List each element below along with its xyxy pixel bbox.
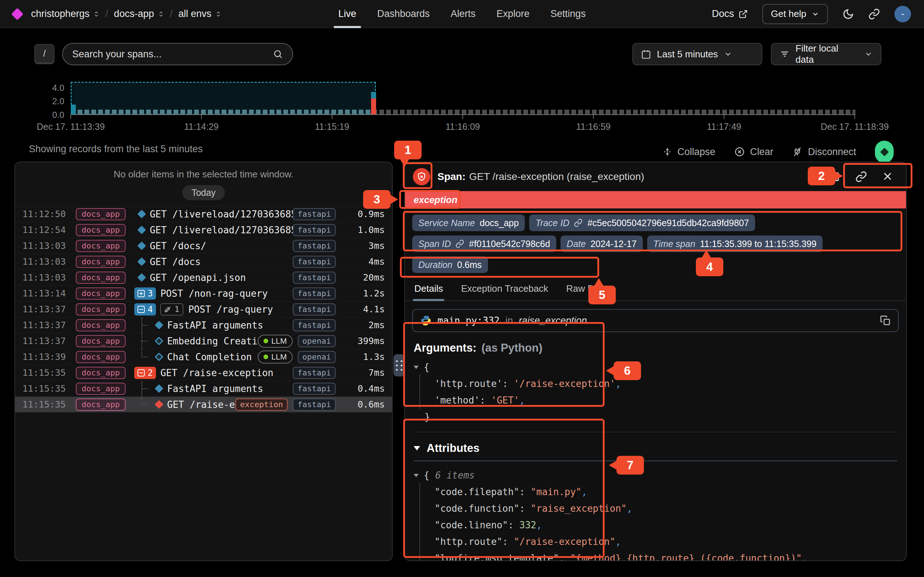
service-badge: docs_app bbox=[76, 287, 126, 300]
table-row[interactable]: 11:12:54 docs_app GET /livereload/127036… bbox=[15, 222, 392, 238]
child-count: 2 bbox=[148, 368, 153, 378]
histogram-bar[interactable] bbox=[371, 92, 376, 98]
close-panel-button[interactable] bbox=[882, 171, 893, 182]
live-indicator[interactable] bbox=[875, 141, 894, 163]
collapse-label: Collapse bbox=[677, 147, 716, 158]
collapse-toggle-icon[interactable] bbox=[414, 366, 419, 369]
docs-link[interactable]: Docs bbox=[712, 8, 748, 19]
table-row[interactable]: 11:12:50 docs_app GET /livereload/127036… bbox=[15, 206, 392, 222]
attributes-divider bbox=[414, 461, 897, 461]
service-badge: docs_app bbox=[76, 256, 126, 268]
filter-icon bbox=[780, 49, 790, 59]
avatar-text: - bbox=[901, 8, 905, 19]
avatar[interactable]: - bbox=[894, 6, 911, 23]
logfire-logo-icon[interactable] bbox=[11, 8, 23, 20]
meta-label: Service Name bbox=[418, 218, 475, 228]
tab-live[interactable]: Live bbox=[338, 0, 356, 28]
search-input[interactable] bbox=[72, 49, 273, 60]
span-time: 11:13:37 bbox=[23, 304, 76, 314]
attributes-title: Attributes bbox=[426, 442, 479, 455]
link-icon bbox=[574, 219, 583, 227]
hidden-spans-badge[interactable]: 1 bbox=[160, 303, 183, 316]
llm-chip: LLM bbox=[258, 335, 293, 348]
x-tick-label: 11:15:19 bbox=[315, 121, 349, 132]
span-histogram[interactable]: 4.0 2.0 0.0 Dec 17. 11:13:39 11:14:29 11… bbox=[0, 81, 924, 135]
project-selector[interactable]: docs-app bbox=[114, 8, 164, 19]
copy-icon bbox=[880, 315, 891, 326]
llm-label: LLM bbox=[271, 352, 287, 362]
dark-mode-toggle[interactable] bbox=[842, 8, 854, 20]
span-title: GET /raise-exception (raise_exception) bbox=[469, 171, 644, 182]
collapse-toggle[interactable]: 4 bbox=[134, 303, 156, 316]
tree-connector-dotted bbox=[139, 349, 151, 365]
collapse-toggle-error[interactable]: 2 bbox=[134, 367, 156, 379]
tab-explore[interactable]: Explore bbox=[497, 0, 530, 28]
table-row[interactable]: 11:13:37 docs_app Embedding Creation wit… bbox=[15, 333, 392, 349]
env-selector[interactable]: all envs bbox=[178, 8, 221, 19]
tab-dashboards[interactable]: Dashboards bbox=[377, 0, 430, 28]
table-row[interactable]: 11:13:37 docs_app FastAPI arguments fast… bbox=[15, 318, 392, 333]
calendar-icon bbox=[641, 49, 651, 59]
span-metadata: Service Name docs_app Trace ID #c5ec5005… bbox=[405, 208, 906, 278]
filter-local-data-button[interactable]: Filter local data bbox=[771, 43, 881, 65]
scope-chip: fastapi bbox=[293, 398, 336, 411]
panel-resize-handle[interactable] bbox=[393, 354, 405, 377]
service-badge: docs_app bbox=[76, 351, 126, 363]
today-button[interactable]: Today bbox=[182, 185, 225, 200]
table-row[interactable]: 11:15:35 docs_app FastAPI arguments fast… bbox=[15, 381, 392, 397]
code-location[interactable]: main.py:332 in raise_exception bbox=[412, 309, 899, 332]
table-row[interactable]: 11:13:03 docs_app GET /docs fastapi 4ms bbox=[15, 254, 392, 270]
expand-toggle[interactable]: 3 bbox=[134, 287, 156, 300]
span-time: 11:13:03 bbox=[23, 272, 76, 283]
meta-span-id[interactable]: Span ID #f0110e542c798c6d bbox=[412, 235, 556, 252]
minus-box-icon bbox=[137, 306, 145, 313]
service-badge: docs_app bbox=[76, 335, 126, 347]
collapse-toggle-icon[interactable] bbox=[414, 474, 419, 477]
comma: , bbox=[802, 553, 808, 561]
meta-trace-id[interactable]: Trace ID #c5ec5005042796e91d5db42ca9fd98… bbox=[529, 214, 755, 231]
table-row[interactable]: 11:13:14 docs_app 3 POST /non-rag-query … bbox=[15, 285, 392, 301]
attributes-header[interactable]: Attributes bbox=[414, 442, 897, 455]
tab-details[interactable]: Details bbox=[414, 283, 443, 300]
moon-icon bbox=[842, 8, 854, 20]
get-help-button[interactable]: Get help bbox=[762, 4, 828, 24]
x-tick bbox=[855, 114, 855, 119]
table-row[interactable]: 11:13:03 docs_app GET /docs/ fastapi 3ms bbox=[15, 238, 392, 254]
meta-value: 0.6ms bbox=[457, 259, 482, 270]
service-badge: docs_app bbox=[76, 303, 126, 316]
chevron-down-icon bbox=[414, 446, 420, 450]
clear-button[interactable]: Clear bbox=[734, 147, 774, 158]
scope-chip: fastapi bbox=[293, 224, 336, 236]
tab-alerts[interactable]: Alerts bbox=[451, 0, 475, 28]
span-name: GET /openapi.json bbox=[150, 272, 246, 283]
table-row[interactable]: 11:15:35 docs_app 2 GET /raise-exception… bbox=[15, 365, 392, 381]
collapse-button[interactable]: Collapse bbox=[662, 147, 716, 158]
x-axis bbox=[71, 114, 855, 115]
share-link-button[interactable] bbox=[868, 8, 880, 20]
histogram-error-bar[interactable] bbox=[371, 98, 376, 114]
copy-button[interactable] bbox=[880, 315, 891, 326]
span-rows: 11:12:50 docs_app GET /livereload/127036… bbox=[15, 206, 392, 413]
annotation-badge-3: 3 bbox=[363, 190, 391, 209]
env-name: all envs bbox=[178, 8, 212, 19]
table-row[interactable]: 11:13:37 docs_app 4 1 POST /rag-query fa… bbox=[15, 301, 392, 318]
table-row[interactable]: 11:13:39 docs_app Chat Completion with '… bbox=[15, 349, 392, 365]
tab-exception-traceback[interactable]: Exception Traceback bbox=[461, 283, 548, 300]
attr-key: "code.filepath": bbox=[435, 487, 525, 497]
attr-key: "http.route": bbox=[435, 536, 508, 547]
disconnect-button[interactable]: Disconnect bbox=[792, 147, 856, 158]
llm-chip: LLM bbox=[258, 351, 293, 364]
histogram-bar[interactable] bbox=[71, 105, 76, 114]
copy-link-button[interactable] bbox=[855, 171, 867, 182]
tab-settings[interactable]: Settings bbox=[551, 0, 586, 28]
span-duration: 0.6ms bbox=[341, 399, 385, 410]
comma: , bbox=[615, 536, 621, 547]
table-row[interactable]: 11:13:03 docs_app GET /openapi.json fast… bbox=[15, 270, 392, 285]
project-name: docs-app bbox=[114, 8, 154, 19]
table-row-selected[interactable]: 11:15:35 docs_app GET /raise-exception …… bbox=[15, 397, 392, 413]
org-selector[interactable]: christophergs bbox=[31, 8, 100, 19]
time-range-button[interactable]: Last 5 minutes bbox=[632, 43, 762, 65]
span-duration: 0.4ms bbox=[341, 384, 385, 394]
scope-chip: fastapi bbox=[293, 208, 336, 220]
meta-time-span: Time span 11:15:35.399 to 11:15:35.399 bbox=[647, 235, 822, 252]
